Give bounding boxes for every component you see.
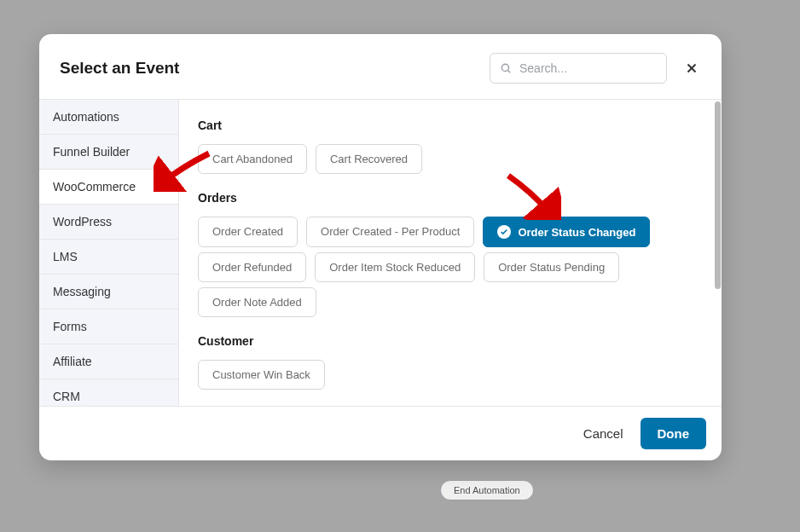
sidebar-item-automations[interactable]: Automations <box>39 100 178 135</box>
section-title-orders: Orders <box>198 191 703 205</box>
search-icon <box>500 62 512 74</box>
done-button[interactable]: Done <box>641 418 707 449</box>
sidebar-item-woocommerce[interactable]: WooCommerce <box>39 170 178 205</box>
svg-line-1 <box>508 71 511 73</box>
category-sidebar: Automations Funnel Builder WooCommerce W… <box>39 100 179 406</box>
check-icon <box>497 225 511 239</box>
search-input[interactable] <box>490 53 667 84</box>
event-order-created-per-product[interactable]: Order Created - Per Product <box>306 217 474 247</box>
close-button[interactable] <box>682 59 701 78</box>
section-title-cart: Cart <box>198 119 703 132</box>
dialog-title: Select an Event <box>60 59 490 78</box>
sidebar-item-affiliate[interactable]: Affiliate <box>39 344 178 379</box>
dialog-body: Automations Funnel Builder WooCommerce W… <box>39 99 722 406</box>
close-icon <box>684 61 699 76</box>
sidebar-item-forms[interactable]: Forms <box>39 309 178 344</box>
end-automation-pill[interactable]: End Automation <box>440 480 534 500</box>
event-customer-win-back[interactable]: Customer Win Back <box>198 360 325 390</box>
event-row-orders-3: Order Note Added <box>198 287 703 317</box>
event-row-orders-1: Order Created Order Created - Per Produc… <box>198 217 703 247</box>
sidebar-item-messaging[interactable]: Messaging <box>39 275 178 309</box>
event-content: Cart Cart Abandoned Cart Recovered Order… <box>179 100 722 406</box>
event-order-created[interactable]: Order Created <box>198 217 298 247</box>
search-field-wrap <box>490 53 667 84</box>
event-order-note-added[interactable]: Order Note Added <box>198 287 316 317</box>
select-event-dialog: Select an Event Automations Funnel Build… <box>39 34 722 460</box>
sidebar-item-crm[interactable]: CRM <box>39 379 178 406</box>
sidebar-item-funnel-builder[interactable]: Funnel Builder <box>39 135 178 170</box>
sidebar-item-lms[interactable]: LMS <box>39 240 178 275</box>
scrollbar-thumb[interactable] <box>715 101 721 289</box>
cancel-button[interactable]: Cancel <box>583 426 623 441</box>
event-cart-recovered[interactable]: Cart Recovered <box>316 144 422 174</box>
event-order-status-pending[interactable]: Order Status Pending <box>484 252 619 282</box>
end-automation-label: End Automation <box>454 485 520 495</box>
event-order-item-stock-reduced[interactable]: Order Item Stock Reduced <box>315 252 475 282</box>
event-order-status-changed[interactable]: Order Status Changed <box>483 217 650 247</box>
dialog-header: Select an Event <box>39 34 722 99</box>
dialog-footer: Cancel Done <box>39 406 722 460</box>
svg-point-0 <box>501 64 508 71</box>
event-row-orders-2: Order Refunded Order Item Stock Reduced … <box>198 252 703 282</box>
event-row-customer: Customer Win Back <box>198 360 703 390</box>
event-row-cart: Cart Abandoned Cart Recovered <box>198 144 703 174</box>
event-order-refunded[interactable]: Order Refunded <box>198 252 306 282</box>
section-title-customer: Customer <box>198 334 703 348</box>
event-cart-abandoned[interactable]: Cart Abandoned <box>198 144 307 174</box>
sidebar-item-wordpress[interactable]: WordPress <box>39 205 178 240</box>
